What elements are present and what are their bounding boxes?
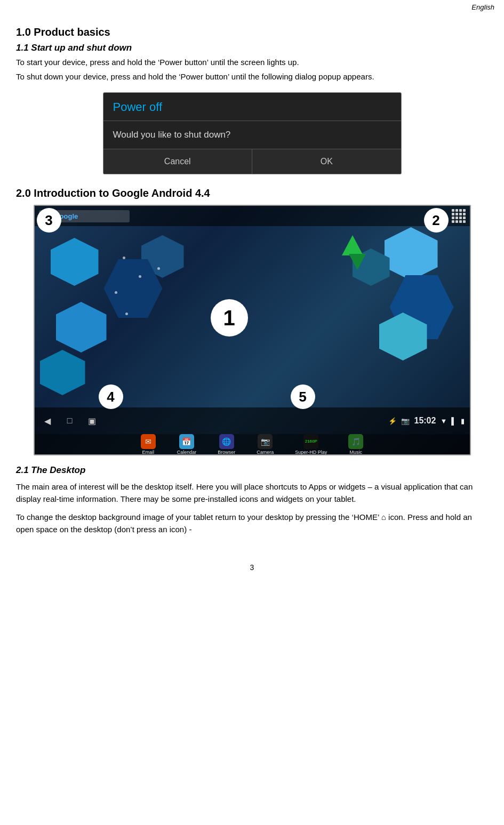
- deco-shape-4: [56, 302, 107, 353]
- particle-5: [157, 267, 160, 270]
- startup-text2: To shut down your device, press and hold…: [16, 71, 488, 83]
- particle-3: [115, 291, 117, 294]
- browser-icon: 🌐: [219, 434, 234, 449]
- usb-icon: ⚡: [388, 417, 397, 425]
- badge-5: 5: [291, 385, 315, 409]
- dialog-container: Power off Would you like to shut down? C…: [16, 92, 488, 174]
- subsection1-title: 1.1 Start up and shut down: [16, 43, 488, 53]
- power-off-dialog: Power off Would you like to shut down? C…: [103, 92, 402, 174]
- android-nav-bar: ◀ □ ▣ ⚡ 📷 15:02 ▼ ▌ ▮: [35, 407, 470, 434]
- particle-4: [125, 313, 128, 315]
- nav-home-button[interactable]: □: [62, 415, 77, 427]
- calendar-label: Calendar: [177, 450, 197, 455]
- app-email[interactable]: ✉ Email: [141, 434, 156, 455]
- section21-title: 2.1 The Desktop: [16, 465, 488, 476]
- calendar-icon: 📅: [179, 434, 194, 449]
- dialog-cancel-button[interactable]: Cancel: [103, 149, 253, 174]
- particle-1: [123, 257, 125, 259]
- dialog-title: Power off: [103, 93, 401, 121]
- music-label: Music: [350, 450, 363, 455]
- nav-buttons: ◀ □ ▣: [40, 415, 100, 427]
- superhd-label: Super-HD Play: [295, 450, 327, 455]
- badge-4: 4: [99, 385, 123, 409]
- signal-icon: ▌: [451, 417, 456, 425]
- page-header: English: [0, 0, 504, 11]
- android-apptray: ✉ Email 📅 Calendar 🌐 Browser 📷 Camera 21…: [35, 434, 470, 454]
- android-topbar: Google: [35, 206, 470, 226]
- app-browser[interactable]: 🌐 Browser: [218, 434, 235, 455]
- time-display: 15:02: [414, 416, 436, 426]
- deco-triangle-1: [342, 235, 363, 255]
- dialog-message: Would you like to shut down?: [103, 121, 401, 149]
- startup-text1: To start your device, press and hold the…: [16, 57, 488, 69]
- nav-back-button[interactable]: ◀: [40, 415, 55, 427]
- particle-2: [139, 275, 141, 278]
- email-icon: ✉: [141, 434, 156, 449]
- superhd-icon: 2160P: [303, 434, 318, 449]
- apps-grid-icon[interactable]: [452, 209, 466, 223]
- nav-recent-button[interactable]: ▣: [85, 415, 100, 427]
- app-superhd[interactable]: 2160P Super-HD Play: [295, 434, 327, 455]
- battery-icon: ▮: [461, 417, 465, 425]
- camera-label: Camera: [257, 450, 274, 455]
- deco-shape-6: [385, 227, 438, 281]
- deco-shape-5: [40, 350, 85, 395]
- browser-label: Browser: [218, 450, 235, 455]
- status-bar: ⚡ 📷 15:02 ▼ ▌ ▮: [388, 416, 464, 426]
- deco-shape-1: [51, 238, 99, 286]
- dialog-buttons: Cancel OK: [103, 149, 401, 174]
- section1-title: 1.0 Product basics: [16, 26, 488, 38]
- dialog-ok-button[interactable]: OK: [252, 149, 401, 174]
- wifi-icon: ▼: [440, 417, 447, 425]
- app-calendar[interactable]: 📅 Calendar: [177, 434, 197, 455]
- badge-1: 1: [211, 299, 248, 337]
- email-label: Email: [142, 450, 154, 455]
- desktop-text2: To change the desktop background image o…: [16, 511, 488, 535]
- android-screen: Google 1 2 3 4 5 ◀: [34, 205, 471, 455]
- badge-2: 2: [424, 208, 449, 233]
- section2-title: 2.0 Introduction to Google Android 4.4: [16, 187, 488, 199]
- badge-3: 3: [37, 208, 61, 233]
- music-icon: 🎵: [348, 434, 363, 449]
- camera-icon: 📷: [258, 434, 273, 449]
- desktop-text1: The main area of interest will be the de…: [16, 481, 488, 505]
- screen-icon: 📷: [401, 417, 410, 425]
- app-camera[interactable]: 📷 Camera: [257, 434, 274, 455]
- android-screen-wrapper: Google 1 2 3 4 5 ◀: [16, 205, 488, 455]
- app-music[interactable]: 🎵 Music: [348, 434, 363, 455]
- page-number: 3: [0, 554, 504, 576]
- deco-triangle-2: [349, 254, 366, 270]
- language-label: English: [471, 3, 494, 11]
